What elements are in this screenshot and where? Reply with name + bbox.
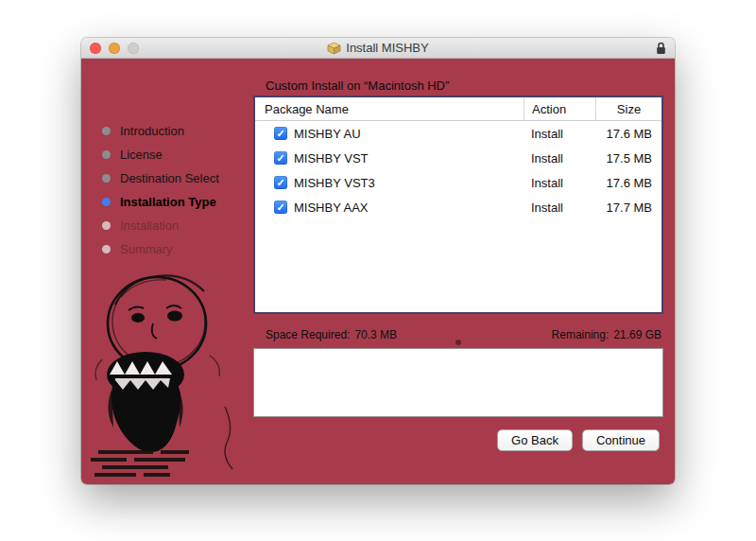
package-action: Install (524, 201, 595, 215)
table-row[interactable]: ✓ MISHBY AAX Install 17.7 MB (255, 195, 662, 219)
window-title: Install MISHBY (346, 41, 428, 55)
step-label: Summary (120, 242, 173, 256)
space-required-label: Space Required: (266, 328, 350, 341)
titlebar: Install MISHBY (81, 38, 675, 59)
step-bullet (102, 198, 111, 206)
column-header-action[interactable]: Action (524, 97, 595, 120)
minimize-button[interactable] (109, 43, 120, 54)
remaining-value: 21.69 GB (613, 328, 662, 341)
package-checkbox[interactable]: ✓ (274, 151, 287, 165)
package-action: Install (524, 127, 595, 141)
check-icon: ✓ (276, 202, 284, 213)
package-name: MISHBY VST (294, 151, 369, 166)
table-row[interactable]: ✓ MISHBY AU Install 17.6 MB (255, 121, 662, 146)
package-name: MISHBY AAX (294, 201, 369, 215)
package-name: MISHBY VST3 (294, 176, 375, 190)
package-size: 17.5 MB (595, 151, 662, 166)
step-destination-select: Destination Select (102, 166, 219, 190)
table-header: Package Name Action Size (255, 97, 662, 121)
space-required-value: 70.3 MB (354, 328, 397, 341)
step-bullet (102, 174, 111, 183)
package-description-box (253, 348, 663, 417)
step-installation-type: Installation Type (102, 190, 219, 214)
package-action: Install (524, 151, 595, 166)
package-checkbox[interactable]: ✓ (274, 201, 287, 214)
column-header-package-name[interactable]: Package Name (255, 97, 524, 120)
package-action: Install (524, 176, 595, 190)
traffic-lights (90, 38, 139, 58)
table-row[interactable]: ✓ MISHBY VST Install 17.5 MB (255, 146, 662, 170)
divider-handle[interactable] (455, 340, 461, 345)
package-icon (327, 42, 341, 55)
step-installation: Installation (102, 214, 219, 237)
remaining-label: Remaining: (552, 328, 610, 341)
zoom-button (128, 43, 139, 54)
continue-button[interactable]: Continue (582, 429, 660, 451)
go-back-button[interactable]: Go Back (497, 429, 573, 451)
lock-icon (656, 42, 666, 59)
step-summary: Summary (102, 237, 219, 261)
step-label: Destination Select (120, 171, 219, 185)
step-license: License (102, 143, 219, 166)
close-button[interactable] (90, 43, 101, 54)
check-icon: ✓ (276, 129, 284, 139)
column-header-size[interactable]: Size (595, 97, 662, 120)
footer-buttons: Go Back Continue (497, 429, 660, 451)
page-title: Custom Install on “Macintosh HD” (266, 79, 449, 93)
package-size: 17.6 MB (595, 176, 662, 190)
step-label: Installation Type (120, 195, 216, 209)
step-bullet (102, 221, 111, 230)
package-size: 17.6 MB (595, 127, 662, 141)
check-icon: ✓ (276, 153, 284, 164)
step-label: Installation (120, 218, 179, 233)
step-bullet (102, 127, 111, 135)
check-icon: ✓ (276, 178, 284, 188)
table-row[interactable]: ✓ MISHBY VST3 Install 17.6 MB (255, 170, 662, 195)
installer-window: Install MISHBY (81, 38, 675, 484)
package-table: Package Name Action Size ✓ MISHBY AU Ins… (253, 96, 663, 314)
step-label: License (120, 148, 163, 162)
step-bullet (102, 150, 111, 159)
package-checkbox[interactable]: ✓ (274, 127, 287, 140)
step-introduction: Introduction (102, 119, 219, 143)
step-bullet (102, 245, 111, 253)
window-title-area: Install MISHBY (327, 41, 428, 55)
installer-content: Introduction License Destination Select … (81, 59, 675, 484)
step-label: Introduction (120, 124, 184, 138)
package-checkbox[interactable]: ✓ (274, 176, 287, 189)
package-size: 17.7 MB (595, 201, 662, 215)
space-required: Space Required: 70.3 MB (266, 328, 397, 341)
package-name: MISHBY AU (294, 127, 361, 141)
space-remaining: Remaining: 21.69 GB (552, 328, 662, 341)
installer-steps: Introduction License Destination Select … (102, 119, 219, 261)
